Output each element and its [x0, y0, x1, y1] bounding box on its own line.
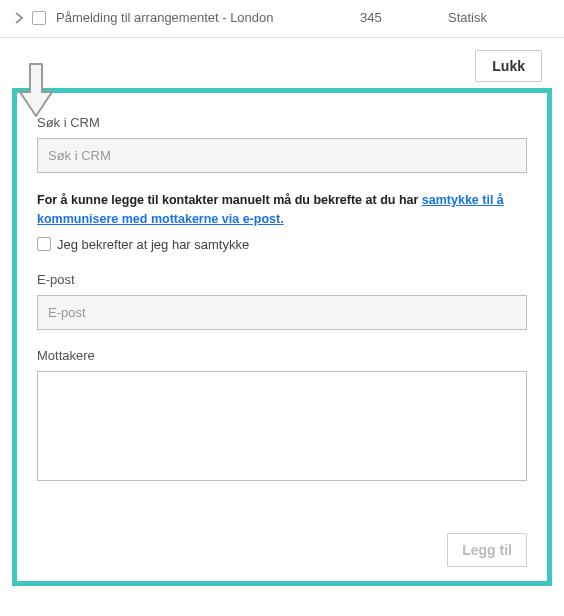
search-input[interactable] — [37, 138, 527, 173]
add-recipients-panel: Søk i CRM For å kunne legge til kontakte… — [12, 88, 552, 586]
add-button[interactable]: Legg til — [447, 533, 527, 567]
email-group: E-post — [37, 272, 527, 330]
row-title: Påmelding til arrangementet - London — [56, 10, 274, 25]
arrow-down-icon — [18, 62, 54, 123]
recipients-textarea[interactable] — [37, 371, 527, 481]
list-row: Påmelding til arrangementet - London 345… — [0, 0, 564, 38]
consent-prefix: For å kunne legge til kontakter manuelt … — [37, 193, 422, 207]
row-checkbox[interactable] — [32, 11, 46, 25]
confirm-label: Jeg bekrefter at jeg har samtykke — [57, 237, 249, 252]
chevron-right-icon[interactable] — [14, 12, 24, 24]
row-type: Statisk — [448, 10, 548, 25]
close-button[interactable]: Lukk — [475, 50, 542, 82]
email-label: E-post — [37, 272, 527, 287]
recipients-group: Mottakere — [37, 348, 527, 484]
panel-footer: Legg til — [447, 533, 527, 567]
search-label: Søk i CRM — [37, 115, 527, 130]
recipients-label: Mottakere — [37, 348, 527, 363]
search-group: Søk i CRM — [37, 115, 527, 173]
close-bar: Lukk — [0, 38, 564, 88]
row-count: 345 — [360, 10, 440, 25]
confirm-checkbox[interactable] — [37, 237, 51, 251]
confirm-row: Jeg bekrefter at jeg har samtykke — [37, 237, 527, 252]
email-input[interactable] — [37, 295, 527, 330]
consent-text: For å kunne legge til kontakter manuelt … — [37, 191, 527, 229]
